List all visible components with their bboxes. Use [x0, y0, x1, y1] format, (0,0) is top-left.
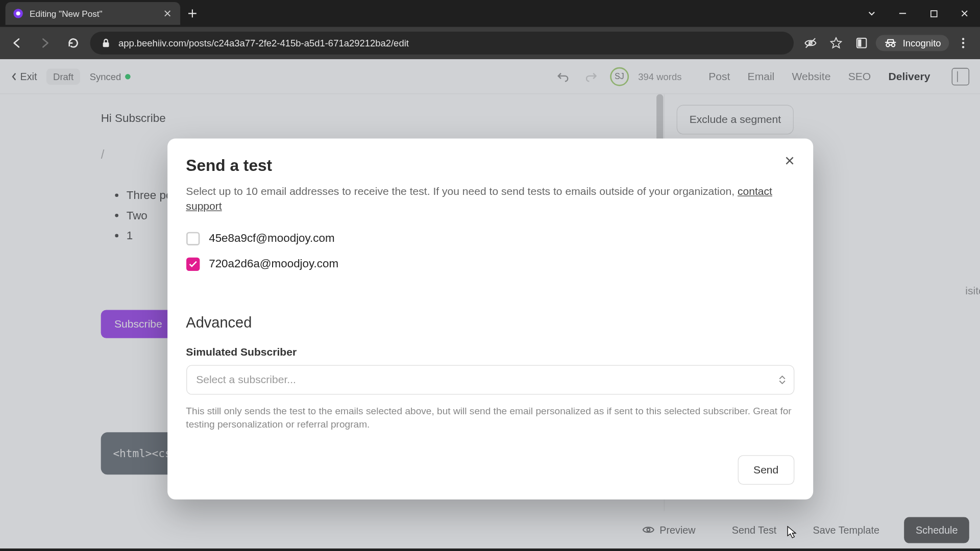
- kebab-menu-button[interactable]: [952, 32, 975, 55]
- url-bar[interactable]: app.beehiiv.com/posts/c24a3a77-2fe2-415b…: [90, 32, 794, 55]
- checkbox-checked[interactable]: [186, 257, 199, 270]
- close-window-button[interactable]: [949, 3, 980, 24]
- star-icon[interactable]: [825, 32, 848, 55]
- modal-description: Select up to 10 email addresses to recei…: [186, 184, 794, 214]
- browser-chrome: Editing "New Post": [0, 0, 980, 59]
- svg-point-0: [16, 11, 20, 15]
- email-label: 720a2d6a@moodjoy.com: [209, 257, 338, 270]
- reload-button[interactable]: [62, 32, 85, 55]
- email-row: 45e8a9cf@moodjoy.com: [186, 232, 794, 245]
- close-icon[interactable]: [163, 9, 172, 18]
- send-test-modal: Send a test Select up to 10 email addres…: [167, 138, 813, 499]
- svg-point-8: [962, 38, 964, 40]
- simulated-subscriber-label: Simulated Subscriber: [186, 346, 794, 358]
- svg-rect-2: [103, 42, 109, 47]
- url-text: app.beehiiv.com/posts/c24a3a77-2fe2-415b…: [118, 38, 783, 48]
- modal-overlay[interactable]: Send a test Select up to 10 email addres…: [0, 59, 980, 548]
- send-label: Send: [753, 464, 778, 475]
- minimize-button[interactable]: [887, 3, 918, 24]
- browser-tab-active[interactable]: Editing "New Post": [6, 2, 181, 25]
- select-placeholder: Select a subscriber...: [196, 373, 296, 386]
- simulated-subscriber-select[interactable]: Select a subscriber...: [186, 365, 794, 394]
- forward-button[interactable]: [34, 32, 57, 55]
- email-label: 45e8a9cf@moodjoy.com: [209, 232, 334, 245]
- close-modal-button[interactable]: [780, 152, 798, 169]
- back-button[interactable]: [6, 32, 29, 55]
- incognito-badge[interactable]: Incognito: [876, 35, 949, 52]
- modal-desc-text: Select up to 10 email addresses to recei…: [186, 186, 738, 197]
- svg-rect-1: [930, 10, 937, 16]
- chevron-down-icon[interactable]: [856, 3, 888, 24]
- advanced-heading: Advanced: [186, 314, 794, 331]
- close-icon: [783, 155, 796, 167]
- svg-point-6: [887, 43, 890, 46]
- tab-title: Editing "New Post": [30, 8, 156, 18]
- select-chevrons-icon: [778, 375, 785, 384]
- check-icon: [189, 261, 197, 267]
- svg-point-9: [962, 42, 964, 44]
- maximize-button[interactable]: [918, 3, 949, 24]
- toolbar-right-icons: Incognito: [799, 32, 975, 55]
- eye-off-icon[interactable]: [799, 32, 822, 55]
- svg-rect-5: [858, 39, 862, 46]
- simulated-hint: This still only sends the test to the em…: [186, 404, 794, 431]
- modal-actions: Send: [186, 456, 794, 485]
- tab-strip: Editing "New Post": [0, 0, 980, 27]
- checkbox[interactable]: [186, 232, 199, 245]
- new-tab-button[interactable]: [183, 4, 202, 23]
- window-controls: [856, 3, 980, 24]
- lock-icon: [101, 38, 110, 47]
- svg-point-7: [892, 43, 895, 46]
- panel-icon[interactable]: [850, 32, 873, 55]
- nav-bar: app.beehiiv.com/posts/c24a3a77-2fe2-415b…: [0, 27, 980, 59]
- email-list: 45e8a9cf@moodjoy.com 720a2d6a@moodjoy.co…: [186, 232, 794, 270]
- modal-title: Send a test: [186, 156, 794, 175]
- email-row: 720a2d6a@moodjoy.com: [186, 257, 794, 270]
- incognito-icon: [884, 38, 897, 47]
- incognito-label: Incognito: [903, 38, 941, 48]
- svg-point-10: [962, 46, 964, 48]
- favicon-icon: [13, 9, 22, 18]
- send-button[interactable]: Send: [738, 456, 794, 485]
